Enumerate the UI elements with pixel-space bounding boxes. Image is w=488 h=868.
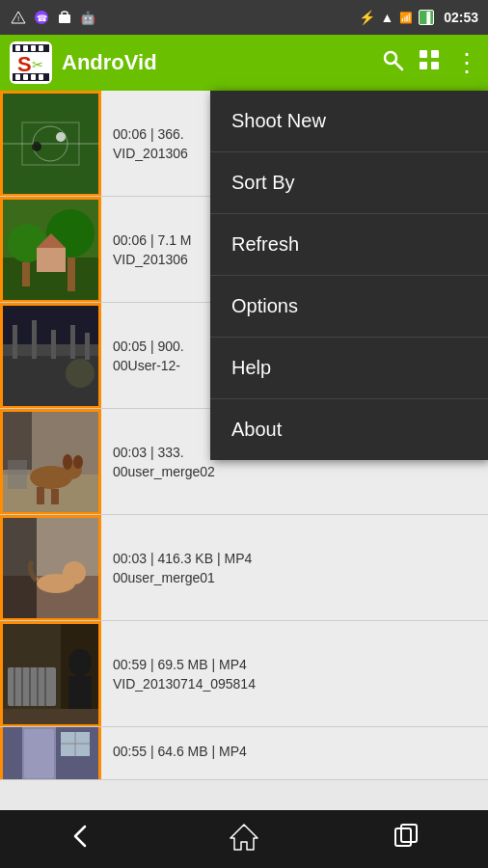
svg-rect-21 <box>420 50 427 58</box>
video-name: VID_201306 <box>113 252 191 267</box>
svg-point-52 <box>63 454 72 470</box>
menu-item-help[interactable]: Help <box>210 338 488 399</box>
menu-item-about[interactable]: About <box>210 399 488 460</box>
svg-text:✂: ✂ <box>32 57 43 72</box>
video-info: 00:05 | 900. 00User-12- <box>101 329 196 383</box>
svg-rect-55 <box>51 489 59 504</box>
svg-text:S: S <box>17 52 32 76</box>
home-icon[interactable] <box>229 821 259 857</box>
video-thumbnail <box>0 197 101 303</box>
svg-text:!: ! <box>17 14 19 23</box>
svg-rect-76 <box>24 729 54 778</box>
svg-marker-80 <box>230 825 258 850</box>
svg-rect-54 <box>37 487 44 504</box>
video-thumbnail <box>0 303 101 409</box>
video-name: 00user_merge01 <box>113 570 252 585</box>
grid-icon[interactable] <box>418 48 441 77</box>
list-item[interactable]: 00:55 | 64.6 MB | MP4 <box>0 727 488 780</box>
svg-rect-4 <box>59 14 70 23</box>
video-thumbnail <box>0 621 101 727</box>
svg-line-20 <box>395 63 402 69</box>
svg-rect-22 <box>431 50 439 58</box>
menu-item-refresh[interactable]: Refresh <box>210 214 488 276</box>
status-icons-left: ! ☎ 🤖 <box>10 9 96 26</box>
svg-rect-10 <box>31 45 36 51</box>
video-info: 00:06 | 366. VID_201306 <box>101 117 200 171</box>
video-info: 00:03 | 333. 00user_merge02 <box>101 435 227 489</box>
video-meta: 00:55 | 64.6 MB | MP4 <box>113 744 247 759</box>
app-bar-actions: ⋮ <box>381 48 478 78</box>
app-bar: S ✂ AndroVid ⋮ <box>0 35 488 91</box>
app-title: AndroVid <box>62 50 381 75</box>
menu-item-sort-by[interactable]: Sort By <box>210 152 488 214</box>
svg-rect-8 <box>15 45 20 51</box>
video-meta: 00:06 | 366. <box>113 126 188 142</box>
video-thumbnail <box>0 409 101 515</box>
video-name: 00User-12- <box>113 358 184 373</box>
svg-point-47 <box>66 359 95 388</box>
svg-point-30 <box>56 132 66 142</box>
video-meta: 00:03 | 416.3 KB | MP4 <box>113 551 252 566</box>
svg-text:☎: ☎ <box>37 14 47 23</box>
video-info: 00:06 | 7.1 M VID_201306 <box>101 223 203 277</box>
svg-rect-46 <box>85 333 90 360</box>
video-meta: 00:06 | 7.1 M <box>113 232 191 248</box>
video-meta: 00:59 | 69.5 MB | MP4 <box>113 657 256 672</box>
status-time: 02:53 <box>444 10 478 25</box>
video-thumbnail <box>0 727 101 780</box>
warning-icon: ! <box>10 9 27 26</box>
svg-point-71 <box>68 649 92 676</box>
svg-rect-23 <box>420 62 427 69</box>
svg-rect-44 <box>51 330 56 359</box>
svg-rect-73 <box>3 709 98 724</box>
video-meta: 00:03 | 333. <box>113 445 215 460</box>
svg-rect-11 <box>39 45 43 51</box>
menu-item-options[interactable]: Options <box>210 276 488 338</box>
menu-item-shoot-new[interactable]: Shoot New <box>210 91 488 152</box>
battery-icon: ▐ <box>419 10 434 25</box>
search-icon[interactable] <box>381 48 404 77</box>
svg-text:🤖: 🤖 <box>80 10 95 25</box>
svg-rect-45 <box>70 325 75 359</box>
more-icon[interactable]: ⋮ <box>454 48 478 78</box>
svg-rect-42 <box>13 325 17 359</box>
dropdown-menu: Shoot New Sort By Refresh Options Help A… <box>210 91 488 460</box>
svg-rect-62 <box>3 518 37 618</box>
svg-rect-37 <box>37 248 66 272</box>
svg-point-29 <box>32 142 41 151</box>
video-name: VID_20130714_095814 <box>113 676 256 692</box>
video-info: 00:55 | 64.6 MB | MP4 <box>101 734 258 773</box>
svg-rect-81 <box>395 828 411 846</box>
video-name: 00user_merge02 <box>113 464 215 479</box>
svg-rect-36 <box>68 258 75 291</box>
video-thumbnail <box>0 91 101 197</box>
svg-rect-9 <box>23 45 28 51</box>
list-item[interactable]: 00:59 | 69.5 MB | MP4 VID_20130714_09581… <box>0 621 488 727</box>
nav-bar <box>0 810 488 868</box>
video-info: 00:59 | 69.5 MB | MP4 VID_20130714_09581… <box>101 647 267 701</box>
app-logo: S ✂ <box>10 41 52 84</box>
phone-icon: ☎ <box>33 9 50 26</box>
wifi-icon: ▲ <box>381 10 394 25</box>
status-bar: ! ☎ 🤖 ⚡ ▲ 📶 ▐ <box>0 0 488 35</box>
svg-rect-35 <box>22 262 30 286</box>
status-icons-right: ⚡ ▲ 📶 ▐ 02:53 <box>359 10 478 25</box>
video-thumbnail <box>0 515 101 621</box>
back-icon[interactable] <box>66 821 96 857</box>
svg-rect-82 <box>401 825 417 842</box>
svg-rect-57 <box>8 460 27 489</box>
bluetooth-icon: ⚡ <box>359 10 375 25</box>
list-item[interactable]: 00:03 | 416.3 KB | MP4 00user_merge01 <box>0 515 488 621</box>
svg-point-61 <box>63 561 86 584</box>
recent-apps-icon[interactable] <box>392 821 422 857</box>
video-meta: 00:05 | 900. <box>113 339 184 354</box>
signal-icon: 📶 <box>399 12 413 24</box>
video-name: VID_201306 <box>113 146 188 161</box>
svg-rect-16 <box>39 74 43 80</box>
android-icon: 🤖 <box>79 9 96 26</box>
video-info: 00:03 | 416.3 KB | MP4 00user_merge01 <box>101 541 263 595</box>
svg-rect-43 <box>32 320 37 359</box>
bag-icon <box>56 9 73 26</box>
svg-rect-15 <box>31 74 36 80</box>
svg-point-53 <box>73 455 83 469</box>
